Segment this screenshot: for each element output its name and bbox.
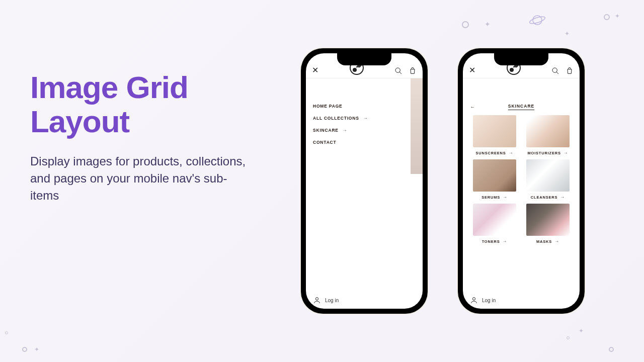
arrow-right-icon: → [503, 195, 508, 200]
sparkle-icon: ✦ [615, 13, 620, 20]
cart-icon[interactable] [409, 67, 417, 75]
cart-icon[interactable] [566, 67, 574, 75]
tile-label: TONERS [482, 239, 500, 244]
menu-item-label: ALL COLLECTIONS [313, 116, 359, 121]
tile-label: SUNSCREENS [476, 151, 506, 155]
svg-point-1 [529, 15, 546, 25]
user-icon [313, 296, 321, 304]
menu-item-collections[interactable]: ALL COLLECTIONS → [313, 116, 416, 121]
login-link[interactable]: Log in [463, 292, 580, 309]
sparkle-icon: ✦ [565, 30, 570, 37]
grid-tile-cleansers[interactable]: CLEANSERS→ [524, 159, 572, 200]
deco-ring [604, 14, 610, 20]
back-icon[interactable]: ← [470, 104, 475, 110]
arrow-right-icon: → [363, 116, 368, 121]
phone-notch [337, 53, 391, 65]
tile-label: SERUMS [481, 195, 500, 200]
arrow-right-icon: → [509, 150, 514, 155]
deco-ring [567, 336, 570, 339]
login-link[interactable]: Log in [306, 292, 423, 309]
tile-label: CLEANSERS [531, 195, 557, 200]
svg-point-7 [472, 298, 475, 300]
arrow-right-icon: → [560, 195, 565, 200]
tile-image [526, 159, 570, 192]
hero-title: Image Grid Layout [30, 70, 252, 139]
menu-item-label: HOME PAGE [313, 104, 343, 109]
tile-image [473, 115, 516, 147]
grid-tile-sunscreens[interactable]: SUNSCREENS→ [471, 115, 518, 155]
search-icon[interactable] [394, 67, 403, 75]
svg-point-4 [315, 298, 318, 300]
grid-tile-masks[interactable]: MASKS→ [524, 204, 572, 244]
deco-ring [22, 347, 27, 352]
deco-ring [5, 331, 8, 334]
tile-image [526, 115, 570, 147]
arrow-right-icon: → [503, 239, 508, 244]
tile-label: MASKS [536, 239, 552, 244]
menu-item-label: CONTACT [313, 140, 337, 145]
arrow-right-icon: → [554, 239, 559, 244]
submenu-title: SKINCARE [508, 104, 534, 110]
login-label: Log in [482, 298, 496, 303]
login-label: Log in [325, 298, 339, 303]
tile-image [473, 159, 516, 192]
svg-point-2 [395, 68, 400, 72]
tile-image [473, 204, 516, 236]
tile-label: MOISTURIZERS [527, 151, 560, 155]
deco-ring [609, 347, 614, 352]
close-icon[interactable]: ✕ [469, 65, 475, 75]
menu-item-label: SKINCARE [313, 128, 339, 133]
arrow-right-icon: → [564, 150, 569, 155]
svg-line-6 [556, 72, 558, 74]
phone-mockup-menu: ✕ HOME PAGE ALL COLLECTIONS [301, 48, 428, 314]
svg-point-5 [552, 68, 557, 72]
arrow-right-icon: → [343, 128, 348, 133]
sparkle-icon: ✦ [485, 20, 491, 28]
sparkle-icon: ✦ [579, 327, 584, 334]
planet-icon [529, 14, 546, 26]
grid-tile-toners[interactable]: TONERS→ [471, 204, 518, 244]
hero-subtitle: Display images for products, collections… [30, 153, 252, 204]
deco-circle [462, 21, 469, 28]
search-icon[interactable] [551, 67, 559, 75]
phone-mockup-grid: ✕ ← SKINCARE [458, 48, 585, 314]
menu-item-contact[interactable]: CONTACT [313, 140, 416, 145]
grid-tile-serums[interactable]: SERUMS→ [471, 159, 518, 200]
sparkle-icon: ✦ [34, 346, 39, 353]
close-icon[interactable]: ✕ [312, 65, 318, 75]
grid-tile-moisturizers[interactable]: MOISTURIZERS→ [524, 115, 572, 155]
menu-item-skincare[interactable]: SKINCARE → [313, 128, 416, 133]
tile-image [526, 204, 570, 236]
menu-item-home[interactable]: HOME PAGE [313, 104, 416, 109]
svg-line-3 [399, 72, 401, 74]
user-icon [470, 296, 478, 304]
phone-notch [494, 53, 548, 65]
